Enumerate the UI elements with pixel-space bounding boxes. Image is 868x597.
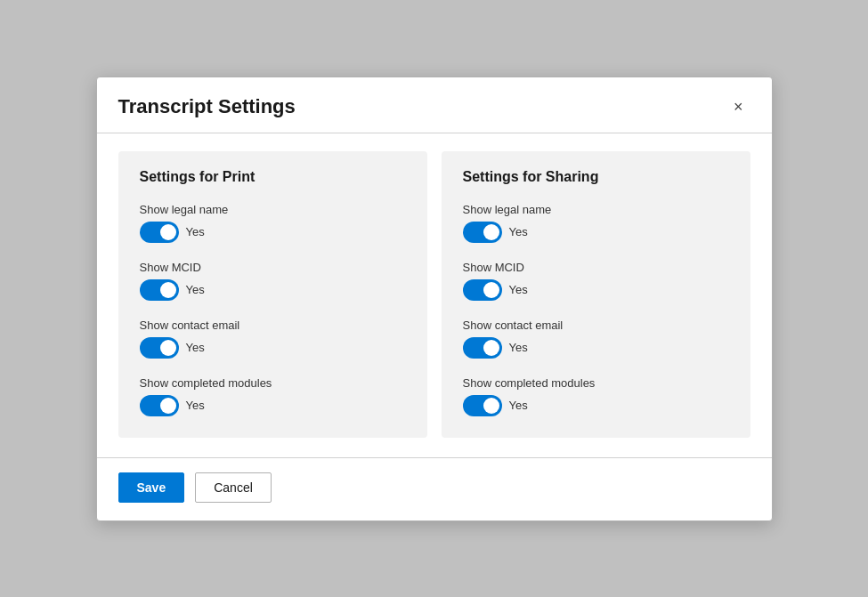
sharing-toggle-mcid[interactable]: [463, 279, 502, 301]
print-label-contact-email: Show contact email: [140, 319, 406, 332]
print-label-mcid: Show MCID: [140, 261, 406, 274]
print-toggle-row-contact-email: Yes: [140, 337, 406, 359]
print-toggle-row-legal-name: Yes: [140, 222, 406, 243]
toggle-track: [140, 279, 179, 301]
toggle-track: [140, 337, 179, 359]
sharing-toggle-row-contact-email: Yes: [463, 337, 729, 359]
sharing-label-mcid: Show MCID: [463, 261, 729, 274]
print-setting-legal-name: Show legal name Yes: [140, 203, 406, 243]
print-toggle-mcid[interactable]: [140, 279, 179, 301]
toggle-thumb: [160, 224, 176, 240]
modal-footer: Save Cancel: [97, 457, 772, 520]
print-toggle-completed-modules[interactable]: [140, 395, 179, 416]
print-label-completed-modules: Show completed modules: [140, 376, 406, 390]
sharing-label-completed-modules: Show completed modules: [463, 376, 729, 390]
sharing-toggle-yes-completed-modules: Yes: [509, 399, 528, 412]
print-setting-completed-modules: Show completed modules Yes: [140, 376, 406, 416]
sharing-setting-legal-name: Show legal name Yes: [463, 203, 729, 243]
sharing-setting-completed-modules: Show completed modules Yes: [463, 376, 729, 416]
print-settings-panel: Settings for Print Show legal name Yes: [118, 151, 427, 438]
toggle-track: [463, 222, 502, 243]
sharing-toggle-row-mcid: Yes: [463, 279, 729, 301]
settings-columns: Settings for Print Show legal name Yes: [118, 151, 750, 438]
modal-header: Transcript Settings ×: [97, 77, 772, 133]
sharing-toggle-row-completed-modules: Yes: [463, 395, 729, 416]
sharing-toggle-contact-email[interactable]: [463, 337, 502, 359]
print-panel-title: Settings for Print: [140, 169, 406, 185]
sharing-label-legal-name: Show legal name: [463, 203, 729, 216]
toggle-thumb: [483, 282, 499, 298]
modal-title: Transcript Settings: [118, 95, 296, 118]
close-button[interactable]: ×: [726, 95, 750, 118]
sharing-toggle-completed-modules[interactable]: [463, 395, 502, 416]
toggle-track: [463, 337, 502, 359]
toggle-track: [140, 395, 179, 416]
print-toggle-yes-contact-email: Yes: [186, 341, 205, 354]
sharing-toggle-yes-legal-name: Yes: [509, 225, 528, 238]
save-button[interactable]: Save: [118, 472, 185, 503]
print-toggle-yes-legal-name: Yes: [186, 225, 205, 238]
cancel-button[interactable]: Cancel: [195, 472, 272, 503]
toggle-thumb: [483, 340, 499, 356]
sharing-toggle-yes-contact-email: Yes: [509, 341, 528, 354]
toggle-thumb: [160, 340, 176, 356]
sharing-label-contact-email: Show contact email: [463, 319, 729, 332]
toggle-track: [463, 395, 502, 416]
sharing-setting-mcid: Show MCID Yes: [463, 261, 729, 301]
toggle-track: [463, 279, 502, 301]
toggle-thumb: [483, 398, 499, 414]
print-setting-mcid: Show MCID Yes: [140, 261, 406, 301]
print-toggle-legal-name[interactable]: [140, 222, 179, 243]
print-toggle-row-completed-modules: Yes: [140, 395, 406, 416]
transcript-settings-modal: Transcript Settings × Settings for Print…: [96, 77, 773, 521]
toggle-track: [140, 222, 179, 243]
sharing-toggle-yes-mcid: Yes: [509, 283, 528, 296]
modal-overlay: Transcript Settings × Settings for Print…: [0, 0, 868, 597]
modal-body: Settings for Print Show legal name Yes: [97, 133, 772, 457]
toggle-thumb: [160, 398, 176, 414]
print-toggle-yes-completed-modules: Yes: [186, 399, 205, 412]
print-label-legal-name: Show legal name: [140, 203, 406, 216]
sharing-toggle-legal-name[interactable]: [463, 222, 502, 243]
sharing-settings-panel: Settings for Sharing Show legal name Y: [442, 151, 750, 438]
print-setting-contact-email: Show contact email Yes: [140, 319, 406, 359]
sharing-setting-contact-email: Show contact email Yes: [463, 319, 729, 359]
toggle-thumb: [483, 224, 499, 240]
sharing-toggle-row-legal-name: Yes: [463, 222, 729, 243]
print-toggle-row-mcid: Yes: [140, 279, 406, 301]
print-toggle-contact-email[interactable]: [140, 337, 179, 359]
toggle-thumb: [160, 282, 176, 298]
print-toggle-yes-mcid: Yes: [186, 283, 205, 296]
sharing-panel-title: Settings for Sharing: [463, 169, 729, 185]
